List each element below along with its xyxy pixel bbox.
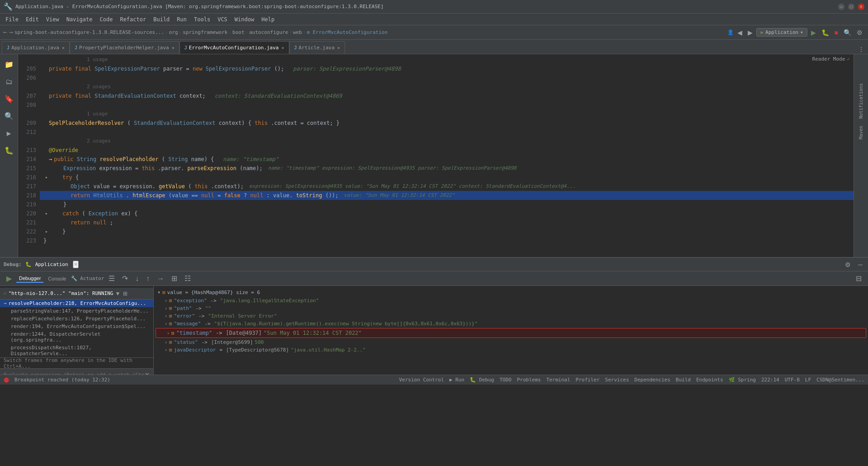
back-button[interactable]: ◀: [736, 28, 744, 37]
status-run[interactable]: ▶ Run: [449, 377, 464, 383]
run-config-selector[interactable]: ▶ Application ▾: [756, 28, 807, 37]
status-problems[interactable]: Problems: [517, 377, 541, 383]
menu-refactor[interactable]: Refactor: [116, 14, 150, 25]
code-line-219: }: [40, 200, 854, 209]
menu-tools[interactable]: Tools: [190, 14, 214, 25]
stack-frame-render1[interactable]: render:194, ErrorMvcAutoConfiguration$Sp…: [0, 323, 153, 330]
menu-edit[interactable]: Edit: [22, 14, 42, 25]
debug-close-button[interactable]: ✕: [73, 261, 79, 268]
evaluate-input[interactable]: [4, 372, 145, 375]
status-terminal[interactable]: Terminal: [546, 377, 570, 383]
menu-view[interactable]: View: [42, 14, 63, 25]
sidebar-notifications[interactable]: Notifications: [858, 81, 864, 120]
sidebar-find[interactable]: 🔍: [1, 108, 17, 124]
status-version-control[interactable]: Version Control: [399, 377, 444, 383]
stack-frame-resolve[interactable]: → resolvePlaceholder:218, ErrorMvcAutoCo…: [0, 300, 153, 307]
var-icon: ⊞: [171, 330, 175, 336]
tab-close-article[interactable]: ✕: [337, 45, 340, 50]
thread-filter-button[interactable]: ▼: [115, 290, 120, 297]
menu-navigate[interactable]: Navigate: [63, 14, 96, 25]
step-out-button[interactable]: ↑: [143, 274, 152, 284]
actuator-tab[interactable]: 🔧 Actuator: [71, 276, 104, 281]
tab-close-propertyplaceholder[interactable]: ✕: [172, 45, 175, 50]
breadcrumb-web[interactable]: web: [293, 29, 302, 35]
sidebar-maven[interactable]: Maven: [858, 124, 864, 141]
status-profiler[interactable]: Profiler: [576, 377, 599, 383]
search-button[interactable]: 🔍: [842, 28, 853, 37]
status-spring[interactable]: 🌿 Spring: [729, 377, 756, 383]
stack-frame-render2[interactable]: render:1244, DispatcherServlet (org.spri…: [0, 330, 153, 344]
status-dependencies[interactable]: Dependencies: [634, 377, 670, 383]
minimize-button[interactable]: ─: [838, 4, 844, 10]
sidebar-run[interactable]: ▶: [1, 125, 17, 141]
evaluate-button[interactable]: ⊞: [169, 273, 180, 284]
breadcrumb-project[interactable]: spring-boot-autoconfigure-1.3.0.RELEASE-…: [14, 29, 164, 35]
debug-settings-button[interactable]: ⚙: [843, 260, 853, 269]
stack-frame-replace[interactable]: replacePlaceholders:126, PropertyPlaceho…: [0, 315, 153, 323]
var-icon: ⊞: [169, 321, 172, 327]
menu-help[interactable]: Help: [258, 14, 278, 25]
status-endpoints[interactable]: Endpoints: [696, 377, 723, 383]
usage-hint-1: 1 usage: [87, 55, 108, 64]
debug-minimize-button[interactable]: ─: [856, 260, 864, 269]
debugger-tab[interactable]: Debugger: [16, 275, 43, 283]
tab-article[interactable]: J Article.java ✕: [289, 41, 345, 54]
breadcrumb-class[interactable]: ⚙ ErrorMvcAutoConfiguration: [307, 29, 387, 35]
title-bar-left: 🔧 Application.java - ErrorMvcAutoConfigu…: [4, 2, 384, 11]
menu-window[interactable]: Window: [231, 14, 258, 25]
tab-application[interactable]: J Application.java ✕: [2, 41, 70, 54]
status-build[interactable]: Build: [676, 377, 691, 383]
sidebar-structure[interactable]: 🗂: [1, 73, 17, 90]
tab-propertyplaceholder[interactable]: J PropertyPlaceholderHelper.java ✕: [70, 41, 179, 54]
stop-button[interactable]: ■: [833, 28, 840, 37]
tab-close-errormvc[interactable]: ✕: [282, 45, 284, 50]
menu-run[interactable]: Run: [173, 14, 190, 25]
status-services[interactable]: Services: [605, 377, 629, 383]
code-line-213: @Override: [40, 146, 854, 155]
debug-button[interactable]: 🐛: [820, 28, 831, 37]
resume-button[interactable]: ▶: [4, 273, 14, 284]
view-breakpoints-button[interactable]: ☷: [182, 273, 193, 284]
menu-code[interactable]: Code: [96, 14, 117, 25]
var-type: [Integer@5699]: [211, 339, 253, 345]
breadcrumb-autoconfigure[interactable]: autoconfigure: [249, 29, 288, 35]
tab-errormvc[interactable]: J ErrorMvcAutoConfiguration.java ✕: [179, 41, 289, 54]
forward-button[interactable]: ▶: [746, 28, 755, 37]
stack-frame-parse[interactable]: parseStringValue:147, PropertyPlaceholde…: [0, 307, 153, 315]
status-debug[interactable]: 🐛 Debug: [470, 377, 494, 383]
maximize-button[interactable]: □: [848, 4, 854, 10]
tab-close-application[interactable]: ✕: [62, 45, 65, 50]
run-to-cursor-button[interactable]: →: [154, 274, 167, 284]
run-button[interactable]: ▶: [809, 28, 818, 37]
breadcrumb-springframework[interactable]: springframework: [183, 29, 227, 35]
thread-options-button[interactable]: ⊞: [123, 290, 127, 297]
debug-toolbar-btn1[interactable]: ☰: [106, 273, 118, 284]
menu-vcs[interactable]: VCS: [214, 14, 231, 25]
var-row-error: › ⊞ "error" -> "Internal Server Error": [154, 312, 868, 320]
evaluate-clear-button[interactable]: ✕: [145, 371, 150, 375]
settings-button[interactable]: ⚙: [855, 28, 864, 37]
code-line-223: }: [40, 236, 854, 245]
toolbar-icon: ⟵ ⟶: [4, 29, 13, 35]
layout-button[interactable]: ⊟: [853, 273, 864, 284]
menu-build[interactable]: Build: [150, 14, 173, 25]
status-todo[interactable]: TODO: [500, 377, 512, 383]
menu-file[interactable]: File: [2, 14, 22, 25]
step-into-button[interactable]: ↓: [132, 274, 142, 284]
close-button[interactable]: ✕: [858, 4, 864, 10]
console-tab[interactable]: Console: [45, 275, 69, 282]
sidebar-project[interactable]: 📁: [1, 56, 17, 72]
window-controls[interactable]: ─ □ ✕: [838, 4, 864, 10]
tab-icon-errormvc: J: [184, 45, 187, 50]
title-bar-title: Application.java - ErrorMvcAutoConfigura…: [15, 4, 384, 10]
stack-frame-process[interactable]: processDispatchResult:1027, DispatcherSe…: [0, 344, 153, 357]
sidebar-bookmarks[interactable]: 🔖: [1, 90, 17, 107]
breadcrumb-org[interactable]: org: [169, 29, 178, 35]
breadcrumb-boot[interactable]: boot: [232, 29, 245, 35]
debug-toolbar: ▶ Debugger Console 🔧 Actuator ☰ ↷ ↓ ↑ → …: [0, 271, 868, 286]
sidebar-debug[interactable]: 🐛: [1, 142, 17, 158]
hashmap-icon: ⊞: [162, 290, 165, 295]
tabs-overflow-button[interactable]: ⋮: [856, 45, 866, 54]
step-over-button[interactable]: ↷: [119, 273, 131, 284]
stack-frame-label: replacePlaceholders:126, PropertyPlaceho…: [11, 316, 146, 322]
